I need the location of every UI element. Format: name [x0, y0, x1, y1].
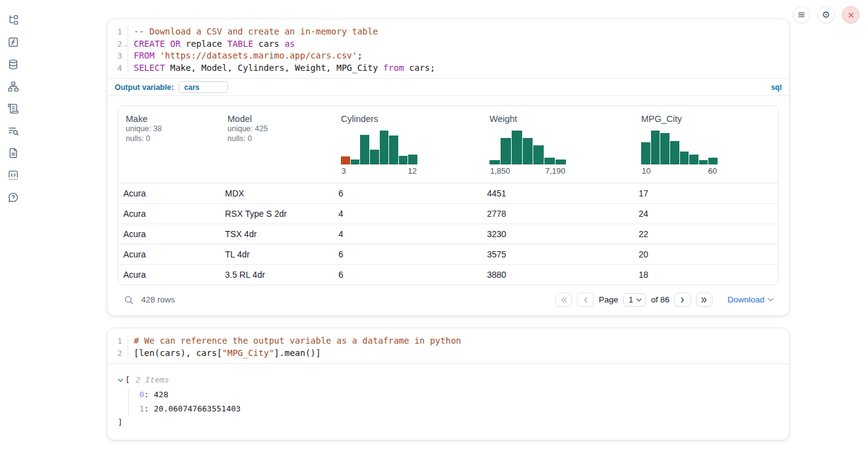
shutdown-button[interactable]	[842, 6, 859, 23]
line-number: 2	[107, 347, 128, 360]
code-line[interactable]: 4SELECT Make, Model, Cylinders, Weight, …	[107, 62, 789, 75]
helper-functions-icon[interactable]	[7, 36, 19, 48]
table-footer: 428 rows Page 1 of 86	[118, 285, 779, 308]
table-cell: RSX Type S 2dr	[220, 209, 334, 219]
output-variable-input[interactable]	[179, 81, 228, 93]
column-stat: nulls: 0	[227, 134, 334, 144]
tree-open-bracket: [	[125, 374, 130, 386]
notebook-cells: 1-- Download a CSV and create an in-memo…	[107, 18, 790, 440]
python-cell: 1# We can reference the output variable …	[107, 328, 790, 440]
chevrons-left-icon	[560, 296, 568, 304]
table-cell: 3230	[482, 229, 634, 239]
column-stat: nulls: 0	[126, 134, 220, 144]
column-name: Weight	[489, 114, 634, 124]
column-header[interactable]: Cylinders312	[334, 106, 482, 183]
code-line[interactable]: 1# We can reference the output variable …	[107, 335, 789, 347]
sql-code-editor[interactable]: 1-- Download a CSV and create an in-memo…	[107, 19, 789, 78]
next-page-button[interactable]	[674, 293, 691, 307]
search-icon[interactable]	[124, 295, 134, 305]
table-cell: 4	[334, 209, 482, 219]
line-number: 1	[107, 26, 128, 38]
page-select[interactable]: 1	[623, 293, 646, 307]
table-cell: 20	[634, 249, 778, 259]
prev-page-button[interactable]	[577, 293, 594, 307]
dependency-graph-icon[interactable]	[7, 80, 19, 92]
hist-bar	[544, 158, 555, 164]
tree-items-count: 2 Items	[136, 374, 170, 386]
hist-bar	[680, 152, 689, 164]
column-header[interactable]: Modelunique: 425nulls: 0	[220, 106, 334, 183]
page-label: Page	[599, 295, 618, 304]
snippets-icon[interactable]	[7, 169, 19, 181]
hist-bar	[708, 158, 718, 164]
datasources-icon[interactable]	[7, 58, 19, 70]
menu-button[interactable]	[793, 6, 810, 23]
hist-bar	[555, 160, 566, 164]
table-of-contents-search-icon[interactable]	[7, 124, 19, 137]
line-number: 1	[107, 335, 128, 347]
column-name: Cylinders	[341, 114, 482, 124]
gear-icon: ⚙	[822, 10, 830, 20]
table-cell: 6	[334, 249, 482, 259]
table-cell: Acura	[118, 249, 220, 259]
sql-output-area: Makeunique: 38nulls: 0Modelunique: 425nu…	[107, 96, 789, 315]
fold-chevron-icon[interactable]: ⌄	[125, 42, 128, 47]
python-code-editor[interactable]: 1# We can reference the output variable …	[107, 328, 789, 363]
hamburger-menu-icon	[797, 10, 806, 19]
hist-bar	[489, 160, 500, 164]
hist-bar	[660, 133, 669, 164]
download-button[interactable]: Download	[727, 295, 774, 304]
hist-bar	[380, 131, 389, 164]
chevron-left-icon	[582, 296, 589, 304]
hist-bar	[399, 156, 408, 164]
column-header[interactable]: Makeunique: 38nulls: 0	[118, 106, 220, 183]
table-body: AcuraMDX6445117AcuraRSX Type S 2dr427782…	[118, 183, 778, 285]
hist-bar	[389, 136, 398, 164]
help-icon[interactable]	[7, 191, 19, 203]
column-name: Model	[227, 114, 334, 124]
tree-close-bracket: ]	[118, 416, 779, 429]
axis-label: 3	[342, 166, 346, 176]
column-header[interactable]: Weight1,8507,190	[482, 106, 634, 183]
tree-entry-key: 0	[139, 390, 144, 399]
hist-bar	[533, 145, 544, 164]
histogram: 1,8507,190	[489, 131, 566, 176]
last-page-button[interactable]	[696, 293, 713, 307]
python-output-area: [ 2 Items 0: 4281: 20.060747663551403 ]	[107, 364, 789, 440]
code-line[interactable]: 3FROM 'https://datasets.marimo.app/cars.…	[107, 50, 789, 62]
code-line[interactable]: 1-- Download a CSV and create an in-memo…	[107, 26, 789, 38]
column-header[interactable]: MPG_City1060	[634, 106, 778, 183]
table-row: AcuraRSX Type S 2dr4277824	[118, 203, 778, 224]
code-line[interactable]: 2[len(cars), cars["MPG_City"].mean()]	[107, 347, 789, 360]
chevron-down-icon	[636, 298, 642, 302]
table-cell: 6	[334, 188, 482, 198]
documentation-icon[interactable]	[7, 147, 19, 159]
table-cell: 4451	[482, 188, 634, 198]
logs-icon[interactable]	[7, 102, 19, 115]
table-row: AcuraTL 4dr6357520	[118, 244, 778, 264]
table-cell: 24	[634, 209, 778, 219]
table-row: AcuraTSX 4dr4323022	[118, 224, 778, 244]
output-variable-label: Output variable:	[115, 83, 174, 92]
line-number: 4	[107, 62, 128, 75]
hist-bar	[641, 142, 650, 164]
axis-label: 1,850	[490, 166, 510, 176]
hist-bar	[651, 131, 660, 164]
chevron-right-icon	[679, 296, 686, 304]
rows-count: 428 rows	[141, 295, 175, 304]
table-cell: TSX 4dr	[220, 229, 334, 239]
code-line[interactable]: 2⌄CREATE OR replace TABLE cars as	[107, 38, 789, 51]
tree-entry-value: 428	[154, 390, 168, 399]
marimo-notebook: ⚙ 1-- Download a CSV and create an in-me…	[0, 0, 868, 449]
settings-button[interactable]: ⚙	[817, 6, 835, 23]
table-row: Acura3.5 RL 4dr6388018	[118, 264, 778, 285]
file-explorer-icon[interactable]	[7, 14, 19, 26]
table-cell: Acura	[118, 209, 220, 219]
tree-collapse-chevron-icon[interactable]	[118, 378, 123, 382]
first-page-button[interactable]	[555, 293, 572, 307]
tree-entry-value: 20.060747663551403	[154, 404, 240, 413]
table-cell: Acura	[118, 270, 220, 280]
hist-bar	[408, 155, 417, 165]
hist-bar	[689, 155, 698, 165]
tree-body: 0: 4281: 20.060747663551403	[128, 388, 779, 416]
